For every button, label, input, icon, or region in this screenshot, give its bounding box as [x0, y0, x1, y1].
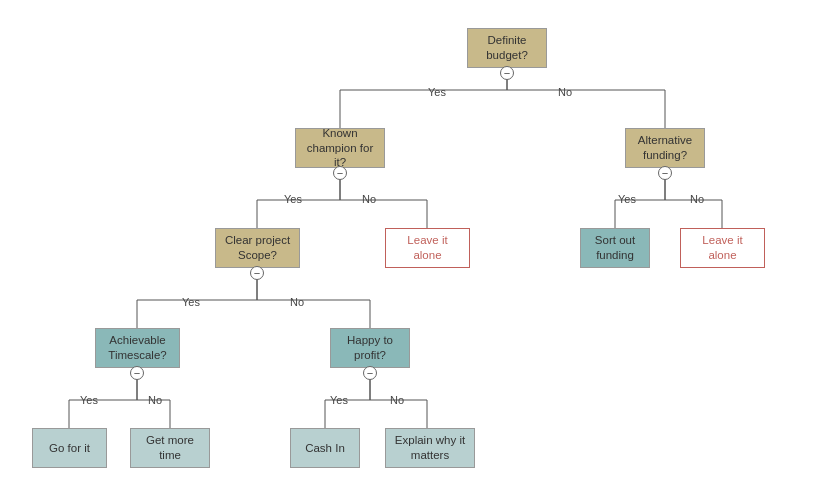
node-label: Happy to profit? [347, 333, 393, 363]
node-label: Leave it alone [392, 233, 463, 263]
edge-label-yes6: Yes [330, 394, 348, 406]
collapse-clear-project-scope[interactable]: − [250, 266, 264, 280]
node-leave-alone-1[interactable]: Leave it alone [385, 228, 470, 268]
edge-label-no2: No [362, 193, 376, 205]
node-label: Explain why it matters [395, 433, 465, 463]
node-clear-project-scope[interactable]: Clear project Scope? [215, 228, 300, 268]
node-label: Sort out funding [595, 233, 635, 263]
node-achievable-timescale[interactable]: Achievable Timescale? [95, 328, 180, 368]
node-label: Get more time [137, 433, 203, 463]
node-cash-in[interactable]: Cash In [290, 428, 360, 468]
edge-label-yes2: Yes [284, 193, 302, 205]
node-label: Definite budget? [486, 33, 528, 63]
edge-label-yes5: Yes [80, 394, 98, 406]
node-label: Go for it [49, 441, 90, 456]
node-get-more-time[interactable]: Get more time [130, 428, 210, 468]
node-definite-budget[interactable]: Definite budget? [467, 28, 547, 68]
node-label: Achievable Timescale? [108, 333, 166, 363]
node-label: Clear project Scope? [225, 233, 290, 263]
node-leave-alone-2[interactable]: Leave it alone [680, 228, 765, 268]
edge-label-no3: No [690, 193, 704, 205]
edge-label-no6: No [390, 394, 404, 406]
edge-label-no5: No [148, 394, 162, 406]
collapse-happy-to-profit[interactable]: − [363, 366, 377, 380]
node-go-for-it[interactable]: Go for it [32, 428, 107, 468]
node-label: Known champion for it? [302, 126, 378, 171]
edge-label-no4: No [290, 296, 304, 308]
edge-label-no1: No [558, 86, 572, 98]
node-explain-why[interactable]: Explain why it matters [385, 428, 475, 468]
flowchart-canvas: Definite budget? − Known champion for it… [0, 0, 816, 501]
collapse-achievable-timescale[interactable]: − [130, 366, 144, 380]
node-sort-out-funding[interactable]: Sort out funding [580, 228, 650, 268]
node-label: Leave it alone [687, 233, 758, 263]
edge-label-yes1: Yes [428, 86, 446, 98]
edge-label-yes3: Yes [618, 193, 636, 205]
node-known-champion[interactable]: Known champion for it? [295, 128, 385, 168]
edge-label-yes4: Yes [182, 296, 200, 308]
node-label: Cash In [305, 441, 345, 456]
collapse-definite-budget[interactable]: − [500, 66, 514, 80]
node-happy-to-profit[interactable]: Happy to profit? [330, 328, 410, 368]
node-alternative-funding[interactable]: Alternative funding? [625, 128, 705, 168]
node-label: Alternative funding? [638, 133, 692, 163]
collapse-known-champion[interactable]: − [333, 166, 347, 180]
collapse-alternative-funding[interactable]: − [658, 166, 672, 180]
